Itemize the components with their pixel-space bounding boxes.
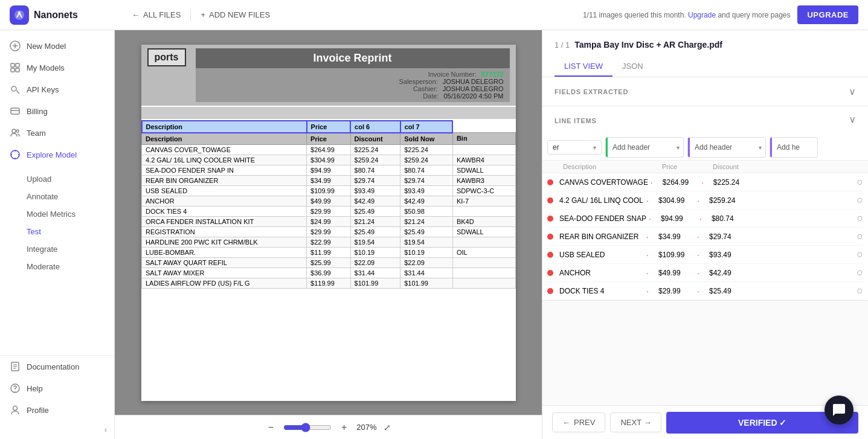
next-button[interactable]: NEXT → — [610, 412, 661, 432]
tab-list-view[interactable]: LIST VIEW — [555, 57, 612, 77]
price-dot-button[interactable]: · — [697, 286, 699, 296]
add-header-1[interactable]: Add header ▾ — [605, 137, 684, 158]
description-dot-button[interactable]: · — [649, 214, 651, 223]
zoom-slider[interactable] — [283, 423, 332, 432]
fields-extracted-section: FIELDS EXTRACTED ∨ — [542, 77, 868, 106]
content-area: ports Invoice Reprint Invoice Number: 57… — [115, 30, 868, 439]
li-cell-description: CANVAS COVERTOWAGE · — [556, 176, 657, 188]
li-cell-discount: $225.24 — [710, 177, 758, 188]
line-items-section: LINE ITEMS ∧ er ▾ Add header — [542, 106, 868, 301]
add-header-2[interactable]: Add header ▾ — [687, 137, 766, 158]
table-row: SALT AWAY QUART REFIL$25.99$22.09$22.09 — [142, 257, 516, 268]
plus-circle-icon — [10, 40, 21, 51]
sidebar-submenu: Upload Annotate Model Metrics Test Integ… — [0, 170, 114, 275]
explore-icon — [10, 149, 21, 160]
upgrade-button[interactable]: UPGRADE — [797, 5, 858, 24]
li-cell-discount: $93.49 — [706, 249, 754, 260]
sidebar-item-integrate[interactable]: Integrate — [27, 240, 114, 258]
list-item: SEA-DOO FENDER SNAP · $94.99 · $80.74 ○ — [547, 210, 863, 228]
topbar-right: 1/11 images queried this month. Upgrade … — [583, 5, 858, 24]
sidebar: New Model My Models — [0, 30, 115, 439]
list-item: CANVAS COVERTOWAGE · $264.99 · $225.24 ○ — [547, 173, 863, 191]
date-label: Date: — [423, 92, 439, 100]
col-6: col 6 — [350, 121, 400, 133]
cashier-value: JOSHUA DELEGRO — [443, 85, 504, 92]
add-new-files-button[interactable]: + ADD NEW FILES — [193, 7, 277, 23]
sidebar-item-new-model[interactable]: New Model — [0, 35, 114, 57]
zoom-out-button[interactable]: − — [266, 420, 276, 435]
logo-area: Nanonets — [10, 5, 124, 25]
table-row: HARDLINE 200 PWC KIT CHRM/BLK$22.99$19.5… — [142, 237, 516, 247]
description-dot-button[interactable]: · — [646, 286, 649, 296]
cashier-label: Cashier: — [413, 85, 438, 92]
fields-extracted-header[interactable]: FIELDS EXTRACTED ∨ — [542, 77, 868, 106]
price-dot-button[interactable]: · — [699, 214, 702, 223]
sidebar-item-moderate[interactable]: Moderate — [27, 258, 114, 275]
li-cell-description: USB SEALED · — [556, 249, 652, 261]
file-counter: 1 / 1 — [555, 40, 570, 50]
list-item: ANCHOR · $49.99 · $42.49 ○ — [547, 264, 863, 282]
price-dot-button[interactable]: · — [697, 232, 699, 242]
invoice-title: Invoice Reprint — [208, 52, 498, 65]
expand-button[interactable]: ⤢ — [384, 423, 391, 432]
price-dot-button[interactable]: · — [701, 178, 704, 187]
book-icon — [10, 361, 21, 372]
chevron-left-icon: ‹ — [104, 426, 107, 434]
right-panel: 1 / 1 Tampa Bay Inv Disc + AR Charge.pdf… — [542, 30, 868, 439]
sidebar-item-annotate[interactable]: Annotate — [27, 188, 114, 205]
svg-rect-3 — [11, 63, 14, 67]
price-dot-button[interactable]: · — [697, 196, 699, 205]
sidebar-item-profile[interactable]: Profile — [0, 399, 114, 421]
key-icon — [10, 84, 21, 95]
add-header-3[interactable]: Add he — [770, 137, 818, 158]
zoom-in-button[interactable]: + — [339, 420, 349, 435]
line-items-header[interactable]: LINE ITEMS ∧ — [542, 106, 868, 135]
li-cell-discount: $25.49 — [706, 286, 754, 296]
sidebar-item-my-models[interactable]: My Models — [0, 57, 114, 79]
price-dot-button[interactable]: · — [697, 268, 699, 278]
logo-text: Nanonets — [34, 10, 78, 21]
invoice-table: Description Price col 6 col 7 Descriptio… — [141, 120, 516, 289]
invoice-number-value: 577172 — [481, 71, 504, 78]
sidebar-item-test[interactable]: Test — [27, 223, 114, 240]
checkmark-icon: ○ — [857, 248, 863, 261]
tab-json[interactable]: JSON — [612, 57, 653, 77]
description-dot-button[interactable]: · — [651, 178, 653, 187]
price-dot-button[interactable]: · — [697, 250, 699, 260]
back-arrow-icon: ← — [132, 10, 140, 19]
sidebar-item-model-metrics[interactable]: Model Metrics — [27, 205, 114, 223]
table-row: REAR BIN ORGANIZER$34.99$29.74$29.74KAWB… — [142, 175, 516, 185]
doc-toolbar: − + 207% ⤢ — [115, 415, 542, 439]
sidebar-item-help[interactable]: Help — [0, 377, 114, 399]
li-cell-description: DOCK TIES 4 · — [556, 285, 652, 297]
description-dot-button[interactable]: · — [646, 232, 649, 242]
col-header-er[interactable]: er ▾ — [547, 140, 602, 155]
sidebar-item-billing[interactable]: Billing — [0, 100, 114, 122]
fields-extracted-title: FIELDS EXTRACTED — [555, 88, 628, 95]
sidebar-item-explore-model[interactable]: Explore Model — [0, 144, 114, 165]
svg-point-10 — [12, 129, 16, 133]
li-cell-description: SEA-DOO FENDER SNAP · — [556, 213, 655, 225]
table-row: 4.2 GAL/ 16L LINQ COOLER WHITE$304.99$25… — [142, 155, 516, 165]
plus-icon: + — [201, 10, 205, 19]
document-viewer: ports Invoice Reprint Invoice Number: 57… — [115, 30, 542, 439]
upgrade-link[interactable]: Upgrade — [688, 11, 716, 19]
red-dot-icon — [547, 234, 553, 240]
sidebar-item-api-keys[interactable]: API Keys — [0, 79, 114, 100]
chat-bubble-button[interactable] — [825, 396, 854, 425]
nav-divider — [190, 9, 191, 21]
topbar-nav: ← ALL FILES + ADD NEW FILES — [124, 7, 583, 23]
all-files-button[interactable]: ← ALL FILES — [124, 7, 188, 23]
li-cell-price: $34.99 · — [655, 231, 703, 243]
description-dot-button[interactable]: · — [646, 250, 649, 260]
description-dot-button[interactable]: · — [646, 268, 649, 278]
sidebar-collapse-button[interactable]: ‹ — [0, 421, 114, 439]
li-cell-discount: $29.74 — [706, 231, 754, 242]
prev-arrow-icon: ← — [562, 418, 570, 427]
sidebar-item-documentation[interactable]: Documentation — [0, 356, 114, 377]
sidebar-item-upload[interactable]: Upload — [27, 170, 114, 188]
prev-button[interactable]: ← PREV — [552, 412, 605, 432]
description-dot-button[interactable]: · — [646, 196, 649, 205]
sidebar-item-team[interactable]: Team — [0, 122, 114, 144]
col-7: col 7 — [400, 121, 453, 133]
